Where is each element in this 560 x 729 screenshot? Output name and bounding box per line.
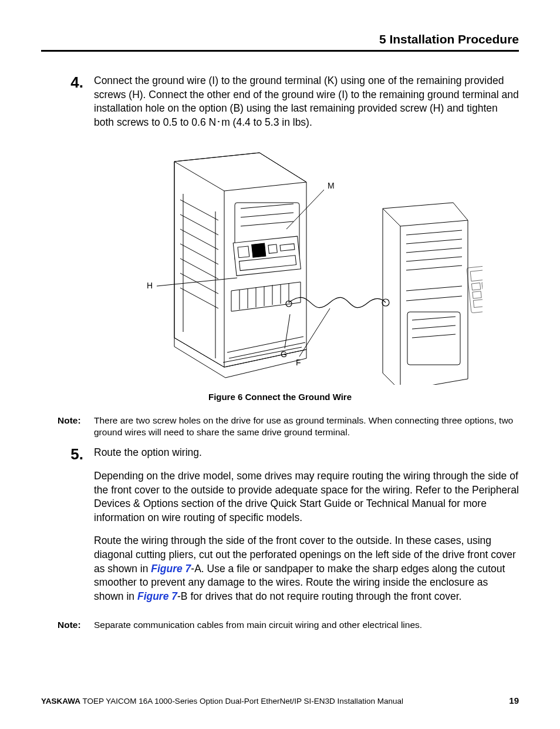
footer-title: TOEP YAICOM 16A 1000-Series Option Dual-…	[80, 697, 403, 706]
footer-doc: YASKAWA TOEP YAICOM 16A 1000-Series Opti…	[41, 697, 403, 706]
step-5: 5. Route the option wiring. Depending on…	[41, 446, 519, 613]
footer-brand: YASKAWA	[41, 697, 80, 706]
note-2-label: Note:	[41, 619, 94, 631]
step-5-body: Route the option wiring. Depending on th…	[94, 446, 519, 613]
svg-rect-11	[470, 269, 483, 281]
step-5-p1: Depending on the drive model, some drive…	[94, 469, 519, 525]
figure-6: M H G F Figure 6 Connect the Ground Wire	[41, 150, 519, 402]
note-1-label: Note:	[41, 415, 94, 439]
note-2: Note: Separate communication cables from…	[41, 619, 519, 631]
svg-rect-3	[252, 243, 266, 257]
step-5-p2c: -B for drives that do not require routin…	[177, 590, 461, 602]
step-4: 4. Connect the ground wire (I) to the gr…	[41, 74, 519, 139]
step-5-intro: Route the option wiring.	[94, 446, 519, 460]
footer-page: 19	[509, 696, 519, 706]
diagram-label-g: G	[281, 350, 287, 359]
svg-rect-13	[482, 281, 483, 288]
note-1: Note: There are two screw holes on the d…	[41, 415, 519, 439]
svg-rect-16	[473, 298, 483, 307]
step-5-p2: Route the wiring through the side of the…	[94, 534, 519, 603]
svg-rect-12	[471, 283, 480, 290]
step-4-number: 4.	[41, 74, 94, 139]
page-footer: YASKAWA TOEP YAICOM 16A 1000-Series Opti…	[41, 696, 519, 706]
note-1-body: There are two screw holes on the drive f…	[94, 415, 519, 439]
diagram-label-f: F	[296, 358, 301, 367]
note-2-body: Separate communication cables from main …	[94, 619, 519, 631]
svg-rect-10	[467, 265, 483, 313]
diagram-label-h: H	[147, 281, 153, 290]
figure-7-link-a[interactable]: Figure 7	[151, 563, 191, 575]
figure-6-caption: Figure 6 Connect the Ground Wire	[41, 392, 519, 402]
step-4-body: Connect the ground wire (I) to the groun…	[94, 74, 519, 139]
page-header: 5 Installation Procedure	[41, 32, 519, 52]
diagram-label-m: M	[328, 181, 335, 190]
step-4-text: Connect the ground wire (I) to the groun…	[94, 74, 519, 130]
svg-rect-14	[473, 291, 481, 298]
step-5-number: 5.	[41, 446, 94, 613]
figure-6-diagram: M H G F	[77, 150, 483, 385]
chapter-title: 5 Installation Procedure	[379, 32, 519, 46]
figure-7-link-b[interactable]: Figure 7	[137, 590, 177, 602]
